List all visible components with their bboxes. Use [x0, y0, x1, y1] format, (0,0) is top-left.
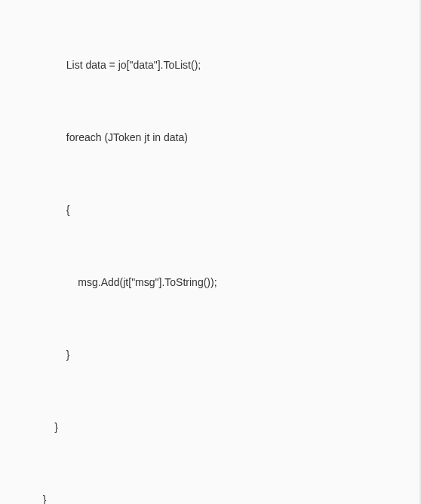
code-line: }: [8, 415, 412, 439]
code-snippet: List data = jo["data"].ToList(); foreach…: [8, 5, 412, 504]
code-line: msg.Add(jt["msg"].ToString());: [8, 270, 412, 294]
code-line: }: [8, 343, 412, 367]
code-line: List data = jo["data"].ToList();: [8, 53, 412, 77]
code-line: foreach (JToken jt in data): [8, 125, 412, 149]
code-line: {: [8, 198, 412, 222]
code-line: }: [8, 487, 412, 504]
